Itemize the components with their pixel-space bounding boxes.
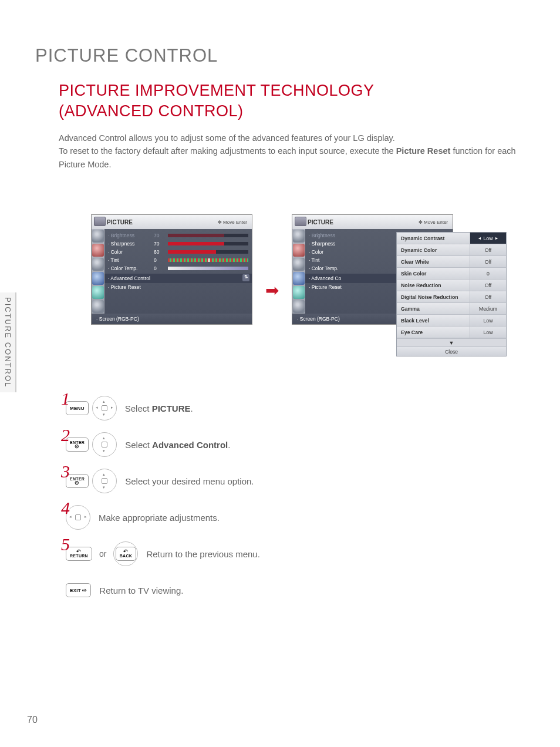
osd-row-color: · Color 60 [108, 248, 248, 256]
side-icon [92, 258, 104, 271]
popup-row-dynamic-color[interactable]: Dynamic Color Off [397, 244, 506, 256]
osd-row-advanced[interactable]: · Advanced Control ⇅ [104, 274, 252, 283]
step-5: 5 ↶RETURN or ↶BACK Return to the previou… [61, 541, 507, 566]
dpad-button[interactable]: ▴▾ [92, 469, 117, 493]
side-icon [92, 230, 104, 243]
osd-row-tint: · Tint 0 [108, 256, 248, 264]
return-arrow-icon: ↶ [76, 550, 81, 554]
side-tab-label: PICTURE CONTROL [4, 297, 12, 388]
osd-row-screen: · Screen (RGB-PC) [92, 314, 252, 324]
step-3: 3 ENTER⊙ ▴▾ Select your desired menu opt… [61, 469, 507, 493]
enter-dot-icon: ⊙ [75, 481, 79, 485]
side-tab: PICTURE CONTROL [0, 292, 16, 392]
step-6: 0 EXIT⇨ Return to TV viewing. [61, 578, 507, 603]
step-2: 2 ENTER⊙ ▴▾ Select Advanced Control. [61, 432, 507, 457]
popup-row-skin-color[interactable]: Skin Color 0 [397, 268, 506, 280]
back-button-wrap: ↶BACK [113, 541, 138, 566]
popup-row-dynamic-contrast[interactable]: Dynamic Contrast Low [397, 233, 506, 244]
step-4: 4 ◂▸ Make appropriate adjustments. [61, 505, 507, 530]
popup-row-digital-noise-reduction[interactable]: Digital Noise Reduction Off [397, 291, 506, 303]
dpad-button[interactable]: ▴▾ [92, 432, 117, 457]
osd-right-wrap: PICTURE ✥ Move Enter · Brightness [292, 214, 453, 325]
osd-screenshots: PICTURE ✥ Move Enter · Brightness 70 · [91, 214, 453, 325]
popup-row-noise-reduction[interactable]: Noise Reduction Off [397, 280, 506, 291]
step-text: Return to the previous menu. [146, 549, 259, 559]
updown-icon: ⇅ [242, 274, 249, 281]
back-arrow-icon: ↶ [123, 550, 128, 554]
side-icon [293, 286, 305, 299]
osd-row-brightness: · Brightness 70 [108, 231, 248, 240]
popup-row-eye-care[interactable]: Eye Care Low [397, 327, 506, 338]
side-icon [92, 286, 104, 299]
side-icon [92, 272, 104, 285]
osd-header: PICTURE ✥ Move Enter [92, 215, 252, 229]
popup-close-button[interactable]: Close [397, 346, 506, 356]
step-text: Select PICTURE. [125, 403, 193, 413]
popup-row-black-level[interactable]: Black Level Low [397, 315, 506, 327]
page-title: PICTURE CONTROL [35, 45, 218, 66]
popup-row-clear-white[interactable]: Clear White Off [397, 256, 506, 268]
side-icon [293, 230, 305, 243]
side-icon [293, 272, 305, 285]
back-button[interactable]: ↶BACK [116, 547, 136, 561]
section-subtitle: PICTURE IMPROVEMENT TECHNOLOGY (ADVANCED… [59, 80, 375, 122]
side-icon [92, 300, 104, 313]
osd-row-colortemp: · Color Temp. 0 [108, 264, 248, 272]
popup-row-gamma[interactable]: Gamma Medium [397, 303, 506, 315]
intro-paragraph: Advanced Control allows you to adjust so… [59, 132, 522, 171]
page-number: 70 [27, 715, 38, 725]
step-text: Select Advanced Control. [125, 440, 230, 450]
osd-sidebar-icons [92, 229, 104, 314]
side-icon [293, 244, 305, 257]
osd-row-sharpness: · Sharpness 70 [108, 240, 248, 248]
popup-advanced-control: Dynamic Contrast Low Dynamic Color Off C… [396, 232, 507, 356]
osd-header-hint: ✥ Move Enter [218, 220, 247, 225]
arrow-icon: ➡ [265, 281, 279, 300]
dpad-button[interactable]: ▴▾◂▸ [92, 396, 117, 420]
enter-dot-icon: ⊙ [75, 445, 79, 449]
steps-list: 1 MENU ▴▾◂▸ Select PICTURE. 2 ENTER⊙ ▴▾ … [61, 396, 507, 614]
step-text: Make appropriate adjustments. [99, 513, 220, 523]
exit-arrow-icon: ⇨ [82, 587, 87, 593]
exit-button[interactable]: EXIT⇨ [66, 583, 91, 597]
osd-left: PICTURE ✥ Move Enter · Brightness 70 · [91, 214, 252, 325]
step-1: 1 MENU ▴▾◂▸ Select PICTURE. [61, 396, 507, 420]
side-icon [92, 244, 104, 257]
osd-header: PICTURE ✥ Move Enter [292, 215, 453, 229]
osd-row-picturereset: · Picture Reset [108, 283, 248, 291]
side-icon [293, 300, 305, 313]
osd-header-hint: ✥ Move Enter [419, 220, 448, 225]
popup-more-icon[interactable]: ▼ [397, 338, 506, 346]
side-icon [293, 258, 305, 271]
osd-sidebar-icons [292, 229, 305, 314]
step-text: Return to TV viewing. [99, 586, 183, 595]
step-text: Select your desired menu option. [125, 476, 254, 486]
